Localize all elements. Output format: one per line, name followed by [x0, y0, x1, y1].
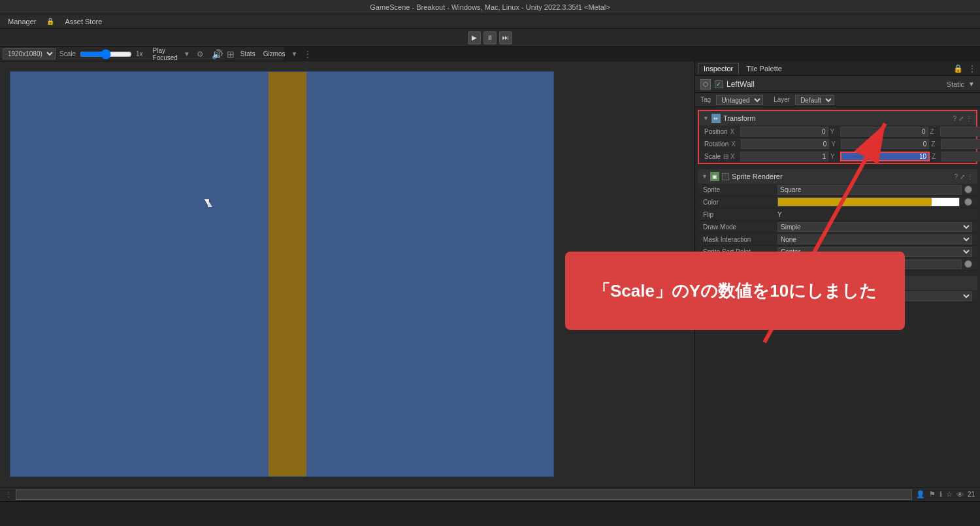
- position-x[interactable]: [740, 127, 828, 137]
- more-icon[interactable]: ⋮: [967, 64, 977, 73]
- transform-header[interactable]: ▼ ⇔ Transform ? ⤢ ⋮: [699, 111, 976, 125]
- annotation-text: 「Scale」のYの数値を10にしました: [593, 280, 877, 303]
- rot-y-label: Y: [831, 140, 839, 148]
- object-checkbox[interactable]: ✓: [715, 80, 723, 88]
- mask-interaction-label: Mask Interaction: [703, 236, 775, 243]
- game-area: [10, 71, 554, 477]
- console-toolbar: ⋮ 👤 ⚑ ℹ ☆ 👁 21: [0, 487, 980, 502]
- transform-title: Transform: [723, 114, 951, 122]
- gizmos-dropdown[interactable]: ▼: [291, 50, 298, 58]
- menu-bar: Manager 🔒 Asset Store: [0, 14, 980, 29]
- transform-comp-icons: ? ⤢ ⋮: [953, 115, 972, 122]
- gizmos-btn[interactable]: Gizmos: [261, 50, 287, 58]
- scale-y[interactable]: [840, 152, 930, 161]
- inspector-header: ⬡ ✓ LeftWall Static ▼: [695, 76, 980, 93]
- scale-z[interactable]: [941, 152, 980, 161]
- rotation-label: Rotation: [704, 140, 728, 148]
- stats-btn[interactable]: Stats: [238, 50, 257, 58]
- play-focused-dropdown[interactable]: ▼: [184, 50, 190, 58]
- playback-bar: ▶ ⏸ ⏭: [0, 29, 980, 47]
- position-row: Position X Y Z: [699, 125, 976, 138]
- transform-help-icon[interactable]: ?: [953, 115, 956, 122]
- inspector-tab-icons: 🔒 ⋮: [952, 64, 977, 73]
- position-label: Position: [704, 128, 728, 135]
- tag-select[interactable]: Untagged: [716, 95, 763, 105]
- pos-y-label: Y: [830, 128, 838, 135]
- tab-tile-palette[interactable]: Tile Palette: [740, 63, 788, 74]
- sprite-help-icon[interactable]: ?: [954, 173, 958, 180]
- layer-select[interactable]: Default: [795, 95, 834, 105]
- rotation-z[interactable]: [941, 139, 980, 149]
- mask-interaction-row: Mask Interaction None: [698, 233, 977, 246]
- static-dropdown[interactable]: ▼: [968, 80, 975, 88]
- flip-label: Flip: [703, 211, 775, 218]
- tab-inspector[interactable]: Inspector: [698, 63, 739, 74]
- scale-z-label: Z: [932, 153, 939, 160]
- transform-icon: ⇔: [711, 114, 721, 123]
- sprite-row: Sprite Square: [698, 184, 977, 196]
- flip-value: Y: [777, 211, 972, 218]
- rot-x-label: X: [731, 140, 739, 148]
- console-filter2[interactable]: ⚑: [929, 490, 936, 499]
- sprite-label: Sprite: [703, 186, 775, 193]
- console-filter4[interactable]: ☆: [946, 490, 953, 499]
- color-row: Color: [698, 196, 977, 208]
- title-bar-text: GameScene - Breakout - Windows, Mac, Lin…: [370, 3, 610, 11]
- annotation-box: 「Scale」のYの数値を10にしました: [565, 252, 905, 330]
- sprite-picker[interactable]: [964, 186, 972, 193]
- sprite-value: Square: [777, 185, 962, 195]
- sprite-renderer-title: Sprite Renderer: [732, 173, 952, 180]
- object-icon: ⬡: [700, 79, 711, 90]
- rot-z-label: Z: [931, 140, 939, 148]
- draw-mode-select[interactable]: Simple: [777, 222, 972, 232]
- play-controls: ▶ ⏸ ⏭: [468, 31, 512, 44]
- pos-x-label: X: [730, 128, 738, 135]
- scale-slider[interactable]: [80, 51, 132, 58]
- mask-interaction-select[interactable]: None: [777, 235, 972, 244]
- sprite-expand-icon[interactable]: ⤢: [960, 173, 965, 180]
- position-y[interactable]: [840, 127, 928, 137]
- pos-z-label: Z: [930, 128, 938, 135]
- position-z[interactable]: [940, 127, 980, 137]
- play-focused-btn[interactable]: Play Focused: [151, 46, 180, 62]
- sprite-renderer-checkbox[interactable]: [722, 173, 729, 180]
- scale-link-icon: ⊟: [723, 153, 728, 160]
- scale-field-label: Scale: [704, 153, 721, 160]
- transform-expand-icon[interactable]: ⤢: [958, 115, 964, 122]
- scale-xyz: ⊟ X Y Z: [723, 152, 980, 161]
- inspector-tabs: Inspector Tile Palette 🔒 ⋮: [695, 61, 980, 76]
- tag-layer-row: Tag Untagged Layer Default: [695, 93, 980, 107]
- title-bar: GameScene - Breakout - Windows, Mac, Lin…: [0, 0, 980, 14]
- color-label: Color: [703, 199, 775, 206]
- transform-more-icon[interactable]: ⋮: [966, 115, 972, 122]
- material-picker[interactable]: [964, 260, 972, 268]
- console-filter1[interactable]: 👤: [916, 490, 925, 499]
- console-more-icon[interactable]: ⋮: [5, 491, 12, 498]
- brown-bar: [269, 72, 306, 476]
- color-picker[interactable]: [964, 198, 972, 206]
- toolbar-more-icon[interactable]: ⋮: [301, 50, 312, 59]
- resolution-select[interactable]: 1920x1080): [3, 48, 56, 59]
- scale-x-label: X: [730, 153, 738, 160]
- lock-icon[interactable]: 🔒: [952, 64, 964, 73]
- step-button[interactable]: ⏭: [499, 31, 512, 44]
- console-filter3[interactable]: ℹ: [939, 490, 942, 499]
- sprite-renderer-header[interactable]: ▼ ▣ Sprite Renderer ? ⤢ ⋮: [698, 169, 977, 184]
- menu-asset-store[interactable]: Asset Store: [62, 16, 105, 27]
- rotation-row: Rotation X Y Z: [699, 138, 976, 150]
- sprite-more-icon[interactable]: ⋮: [967, 173, 973, 180]
- console-search[interactable]: [16, 489, 912, 500]
- rotation-y[interactable]: [841, 139, 929, 149]
- settings-icon[interactable]: ⚙: [197, 50, 204, 59]
- color-bar[interactable]: [777, 197, 960, 206]
- scale-y-label: Y: [830, 153, 838, 160]
- transform-arrow: ▼: [703, 115, 709, 122]
- sprite-renderer-arrow: ▼: [702, 173, 708, 180]
- tag-label: Tag: [700, 96, 711, 103]
- scale-x[interactable]: [740, 152, 828, 161]
- pause-button[interactable]: ⏸: [483, 31, 497, 44]
- play-button[interactable]: ▶: [468, 31, 481, 44]
- display-icon: ⊞: [227, 49, 235, 59]
- rotation-x[interactable]: [741, 139, 829, 149]
- menu-manager[interactable]: Manager: [5, 16, 39, 27]
